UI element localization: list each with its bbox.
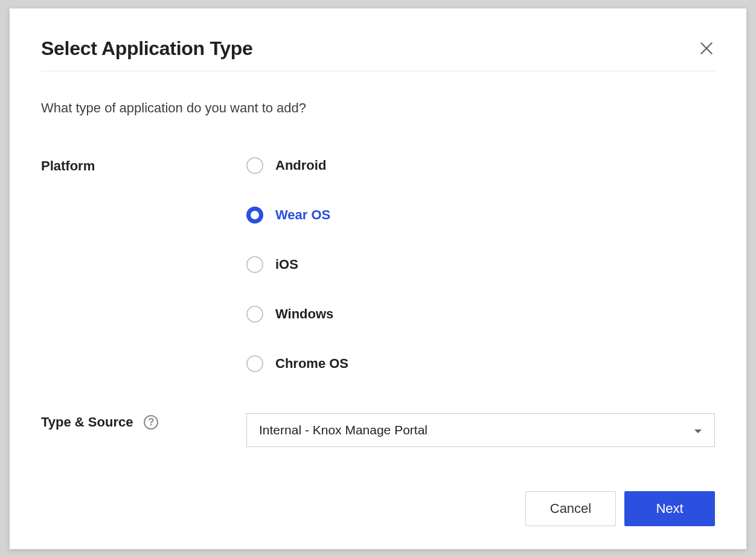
next-button[interactable]: Next [624,491,715,526]
select-application-type-dialog: Select Application Type What type of app… [10,8,746,549]
platform-option-wear-os[interactable]: Wear OS [246,207,348,224]
platform-field: Platform Android Wear OS iOS Windows Chr… [41,157,715,372]
type-source-label: Type & Source ? [41,413,246,430]
close-icon[interactable] [698,40,715,57]
dialog-question: What type of application do you want to … [41,100,715,116]
radio-label: Chrome OS [275,356,348,372]
platform-option-ios[interactable]: iOS [246,256,348,273]
radio-label: Android [275,158,326,173]
platform-option-android[interactable]: Android [246,157,348,174]
platform-option-chrome-os[interactable]: Chrome OS [246,355,348,372]
platform-options: Android Wear OS iOS Windows Chrome OS [246,157,348,372]
type-source-select[interactable]: Internal - Knox Manage Portal [246,413,715,447]
radio-icon [246,207,263,224]
radio-label: Windows [275,306,333,322]
radio-icon [246,157,263,174]
type-source-selected-value: Internal - Knox Manage Portal [259,423,428,437]
dialog-header: Select Application Type [41,37,715,71]
radio-icon [246,355,263,372]
help-icon[interactable]: ? [144,415,158,430]
radio-icon [246,256,263,273]
radio-label: Wear OS [275,207,330,223]
dialog-title: Select Application Type [41,37,253,60]
dialog-footer: Cancel Next [41,491,715,526]
platform-option-windows[interactable]: Windows [246,306,348,323]
type-source-label-text: Type & Source [41,414,133,430]
cancel-button[interactable]: Cancel [525,491,616,526]
platform-label: Platform [41,157,246,174]
radio-label: iOS [275,257,298,272]
chevron-down-icon [694,423,702,437]
type-source-field: Type & Source ? Internal - Knox Manage P… [41,413,715,447]
radio-icon [246,306,263,323]
